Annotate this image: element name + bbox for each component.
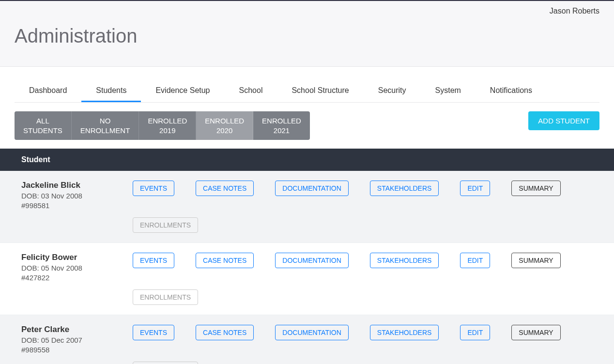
nav-tabs-container: DashboardStudentsEvidence SetupSchoolSch… [0,67,614,103]
stakeholders-button[interactable]: STAKEHOLDERS [370,253,439,268]
student-dob: DOB: 03 Nov 2008 [21,191,113,201]
filter-tab-all-students[interactable]: ALLSTUDENTS [15,111,72,140]
filter-row: ALLSTUDENTSNOENROLLMENTENROLLED2019ENROL… [0,103,614,149]
tab-notifications[interactable]: Notifications [476,81,547,102]
filter-tab-enrolled-2020[interactable]: ENROLLED2020 [196,111,253,140]
events-button[interactable]: EVENTS [133,253,174,268]
enrollments-button[interactable]: ENROLLMENTS [133,217,198,233]
case-notes-button[interactable]: CASE NOTES [196,181,254,196]
student-actions: EVENTSCASE NOTESDOCUMENTATIONSTAKEHOLDER… [133,253,593,305]
page-title: Administration [15,25,599,47]
events-button[interactable]: EVENTS [133,181,174,196]
enrollments-button[interactable]: ENROLLMENTS [133,362,198,364]
table-header-student: Student [0,149,614,171]
case-notes-button[interactable]: CASE NOTES [196,325,254,340]
tab-security[interactable]: Security [364,81,421,102]
student-row: Jackeline BlickDOB: 03 Nov 2008#998581EV… [0,171,614,243]
student-actions: EVENTSCASE NOTESDOCUMENTATIONSTAKEHOLDER… [133,325,593,364]
edit-button[interactable]: EDIT [460,253,490,268]
case-notes-button[interactable]: CASE NOTES [196,253,254,268]
student-cell: Felicity BowerDOB: 05 Nov 2008#427822 [21,253,113,283]
edit-button[interactable]: EDIT [460,325,490,340]
student-id: #427822 [21,273,113,283]
tab-school-structure[interactable]: School Structure [277,81,363,102]
student-name: Peter Clarke [21,325,113,334]
tab-students[interactable]: Students [81,81,141,102]
student-id: #989558 [21,345,113,355]
tab-evidence-setup[interactable]: Evidence Setup [141,81,224,102]
filter-tab-no-enrollment[interactable]: NOENROLLMENT [72,111,139,140]
summary-button[interactable]: SUMMARY [511,181,560,196]
student-id: #998581 [21,201,113,211]
enrollments-button[interactable]: ENROLLMENTS [133,289,198,305]
student-name: Felicity Bower [21,253,113,262]
student-actions: EVENTSCASE NOTESDOCUMENTATIONSTAKEHOLDER… [133,181,593,233]
summary-button[interactable]: SUMMARY [511,253,560,268]
nav-tabs: DashboardStudentsEvidence SetupSchoolSch… [15,81,599,103]
student-cell: Jackeline BlickDOB: 03 Nov 2008#998581 [21,181,113,211]
student-cell: Peter ClarkeDOB: 05 Dec 2007#989558 [21,325,113,355]
edit-button[interactable]: EDIT [460,181,490,196]
documentation-button[interactable]: DOCUMENTATION [275,325,349,340]
filter-tab-enrolled-2019[interactable]: ENROLLED2019 [139,111,196,140]
events-button[interactable]: EVENTS [133,325,174,340]
student-dob: DOB: 05 Dec 2007 [21,335,113,345]
tab-dashboard[interactable]: Dashboard [15,81,81,102]
student-row: Peter ClarkeDOB: 05 Dec 2007#989558EVENT… [0,315,614,364]
stakeholders-button[interactable]: STAKEHOLDERS [370,325,439,340]
summary-button[interactable]: SUMMARY [511,325,560,340]
student-table-body: Jackeline BlickDOB: 03 Nov 2008#998581EV… [0,171,614,364]
tab-system[interactable]: System [421,81,476,102]
user-name[interactable]: Jason Roberts [550,7,599,15]
student-row: Felicity BowerDOB: 05 Nov 2008#427822EVE… [0,243,614,315]
student-dob: DOB: 05 Nov 2008 [21,263,113,273]
documentation-button[interactable]: DOCUMENTATION [275,181,349,196]
filter-tab-enrolled-2021[interactable]: ENROLLED2021 [253,111,310,140]
documentation-button[interactable]: DOCUMENTATION [275,253,349,268]
add-student-button[interactable]: ADD STUDENT [528,111,599,130]
student-name: Jackeline Blick [21,181,113,190]
filter-tabs: ALLSTUDENTSNOENROLLMENTENROLLED2019ENROL… [15,111,310,140]
stakeholders-button[interactable]: STAKEHOLDERS [370,181,439,196]
tab-school[interactable]: School [225,81,277,102]
page-header: Jason Roberts Administration [0,1,614,67]
